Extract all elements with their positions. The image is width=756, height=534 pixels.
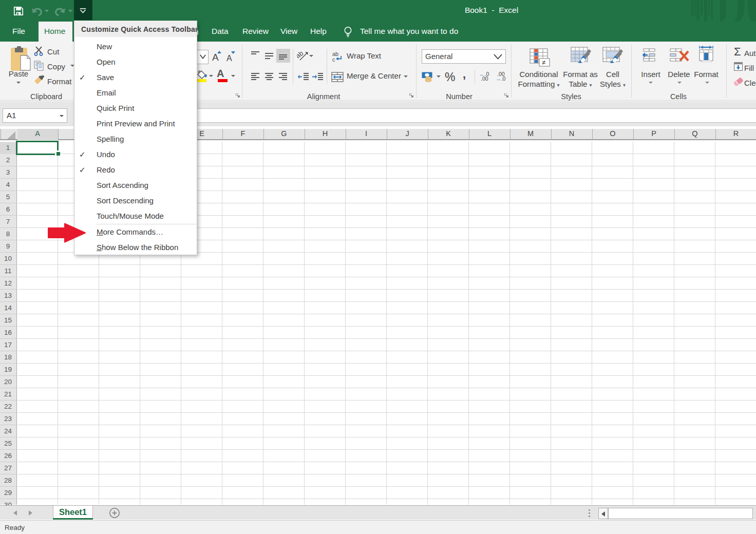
svg-text:ab: ab: [297, 50, 305, 60]
svg-text:c: c: [332, 56, 335, 62]
svg-text:≠: ≠: [542, 59, 545, 66]
